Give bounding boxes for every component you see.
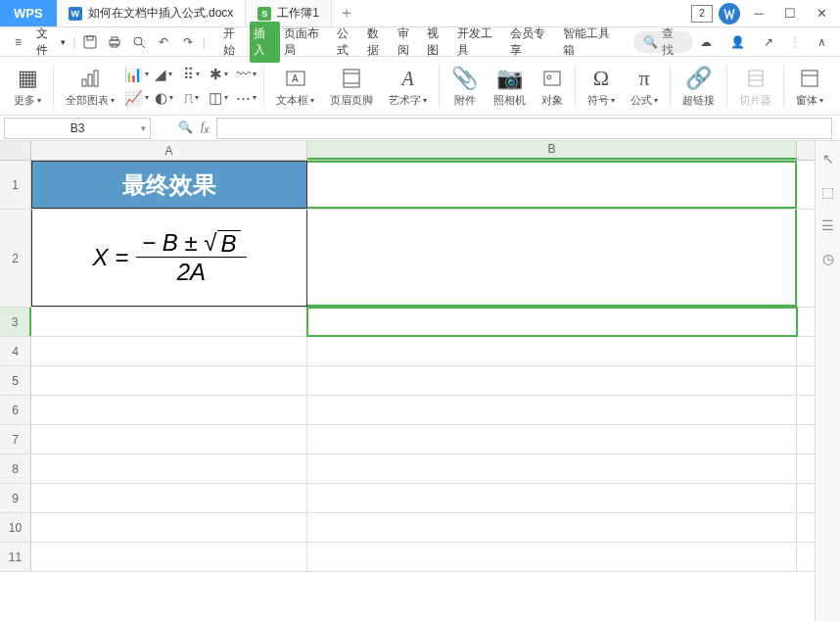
menu-tab-member[interactable]: 会员专享 — [506, 22, 559, 63]
cell-b3-selected[interactable] — [307, 308, 797, 336]
row-header-11[interactable]: 11 — [0, 543, 31, 571]
cell-b6[interactable] — [307, 396, 797, 424]
print-icon[interactable] — [105, 31, 125, 53]
row-header-8[interactable]: 8 — [0, 454, 31, 483]
line-chart-icon[interactable]: 📈▾ — [124, 87, 148, 109]
cell-a9[interactable] — [31, 484, 307, 512]
cloud-icon[interactable]: ☁ — [695, 31, 717, 53]
cell-a4[interactable] — [31, 337, 307, 365]
row-header-3[interactable]: 3 — [0, 308, 31, 336]
menu-tab-view[interactable]: 视图 — [423, 22, 453, 63]
svg-point-5 — [134, 37, 142, 45]
redo-icon[interactable]: ↷ — [178, 31, 199, 53]
cell-a10[interactable] — [31, 513, 307, 542]
export-icon[interactable]: ↗ — [758, 31, 779, 53]
cell-a1[interactable]: 最终效果 — [31, 161, 307, 209]
cell-b4[interactable] — [307, 337, 797, 365]
menu-tab-review[interactable]: 审阅 — [394, 22, 424, 63]
zoom-out-icon[interactable]: 🔍 — [178, 120, 193, 134]
area-chart-icon[interactable]: ◢▾ — [152, 64, 175, 85]
cell-b2[interactable] — [307, 210, 797, 307]
radar-chart-icon[interactable]: ✱▾ — [207, 64, 230, 85]
menu-tab-home[interactable]: 开始 — [219, 22, 250, 63]
cell-a11[interactable] — [31, 543, 307, 571]
ribbon-header-footer[interactable]: 页眉页脚 — [324, 61, 379, 111]
cell-a6[interactable] — [31, 396, 307, 424]
tab-count-badge[interactable]: 2 — [691, 5, 713, 23]
equation-object[interactable]: X = − B ± √B 2A — [92, 230, 246, 286]
cell-b7[interactable] — [307, 425, 797, 454]
combo-chart-icon[interactable]: ◫▾ — [207, 87, 230, 109]
cell-a3[interactable] — [31, 308, 307, 336]
share-icon[interactable]: 👤 — [726, 31, 748, 53]
cursor-icon[interactable]: ↖ — [822, 151, 834, 167]
undo-icon[interactable]: ↶ — [154, 31, 174, 53]
stock-chart-icon[interactable]: ⎍▾ — [179, 87, 203, 109]
row-header-1[interactable]: 1 — [0, 161, 31, 209]
save-icon[interactable] — [80, 31, 101, 53]
menu-tab-data[interactable]: 数据 — [363, 22, 394, 63]
clock-icon[interactable]: ◷ — [822, 251, 834, 266]
collapse-ribbon-icon[interactable]: ∧ — [811, 31, 832, 53]
cell-b8[interactable] — [307, 454, 797, 483]
maximize-button[interactable]: ☐ — [777, 3, 803, 24]
cell-b1[interactable] — [307, 161, 797, 209]
row-header-6[interactable]: 6 — [0, 396, 31, 424]
row-header-10[interactable]: 10 — [0, 513, 31, 542]
column-header-a[interactable]: A — [31, 141, 307, 160]
row-header-5[interactable]: 5 — [0, 366, 31, 395]
row-header-9[interactable]: 9 — [0, 484, 31, 512]
minimize-button[interactable]: ─ — [746, 3, 771, 24]
sparkline-icon[interactable]: 〰▾ — [234, 64, 257, 85]
ribbon-object[interactable]: 对象 — [536, 61, 569, 111]
cell-b10[interactable] — [307, 513, 797, 542]
ribbon-symbol[interactable]: Ω 符号▾ — [582, 61, 621, 111]
column-chart-icon[interactable]: 📊▾ — [124, 64, 148, 85]
column-header-b[interactable]: B — [307, 141, 797, 160]
cell-b11[interactable] — [307, 543, 797, 571]
hamburger-icon[interactable]: ≡ — [8, 31, 28, 53]
ribbon-equation[interactable]: π 公式▾ — [625, 61, 664, 111]
ribbon-camera[interactable]: 📷 照相机 — [488, 61, 532, 111]
svg-rect-0 — [84, 36, 96, 48]
ribbon-textbox[interactable]: A 文本框▾ — [270, 61, 320, 111]
svg-rect-20 — [802, 71, 817, 86]
ribbon-wordart[interactable]: A 艺术字▾ — [383, 61, 433, 111]
file-menu[interactable]: 文件 ▾ — [32, 24, 70, 61]
scatter-chart-icon[interactable]: ⠿▾ — [179, 64, 203, 85]
ribbon-window[interactable]: 窗体▾ — [790, 61, 829, 111]
cell-b5[interactable] — [307, 366, 797, 395]
formula-input[interactable] — [216, 118, 832, 139]
wps-logo-icon[interactable] — [719, 3, 740, 24]
search-icon: 🔍 — [643, 35, 658, 49]
close-button[interactable]: ✕ — [809, 3, 834, 24]
row-header-7[interactable]: 7 — [0, 425, 31, 454]
ribbon-label: 更多 — [14, 93, 35, 108]
pie-chart-icon[interactable]: ◐▾ — [152, 87, 175, 109]
fx-icon[interactable]: fx — [201, 119, 209, 135]
ribbon-more[interactable]: ▦ 更多▾ — [8, 61, 47, 111]
cell-a2[interactable]: X = − B ± √B 2A — [31, 210, 307, 307]
cell-b9[interactable] — [307, 484, 797, 512]
print-preview-icon[interactable] — [129, 31, 150, 53]
menu-tab-insert[interactable]: 插入 — [250, 22, 280, 63]
ribbon-hyperlink[interactable]: 🔗 超链接 — [677, 61, 721, 111]
row-header-2[interactable]: 2 — [0, 210, 31, 307]
select-icon[interactable]: ⬚ — [821, 184, 834, 200]
cell-a8[interactable] — [31, 454, 307, 483]
cell-a5[interactable] — [31, 366, 307, 395]
select-all-corner[interactable] — [0, 141, 31, 160]
ribbon-attachment[interactable]: 📎 附件 — [445, 61, 484, 111]
grid[interactable]: A B 1 最终效果 2 X = − B ± √B — [0, 141, 815, 621]
menu-tab-smarttools[interactable]: 智能工具箱 — [559, 22, 623, 63]
more-charts-icon[interactable]: ⋯▾ — [234, 87, 257, 109]
menu-tab-formulas[interactable]: 公式 — [333, 22, 363, 63]
properties-icon[interactable]: ☰ — [821, 217, 834, 233]
search-box[interactable]: 🔍 查找 — [633, 31, 693, 53]
ribbon-charts[interactable]: 全部图表▾ — [60, 61, 120, 111]
row-header-4[interactable]: 4 — [0, 337, 31, 365]
menu-tab-layout[interactable]: 页面布局 — [280, 22, 333, 63]
name-box[interactable]: B3 ▾ — [4, 118, 151, 139]
cell-a7[interactable] — [31, 425, 307, 454]
menu-tab-devtools[interactable]: 开发工具 — [453, 22, 506, 63]
